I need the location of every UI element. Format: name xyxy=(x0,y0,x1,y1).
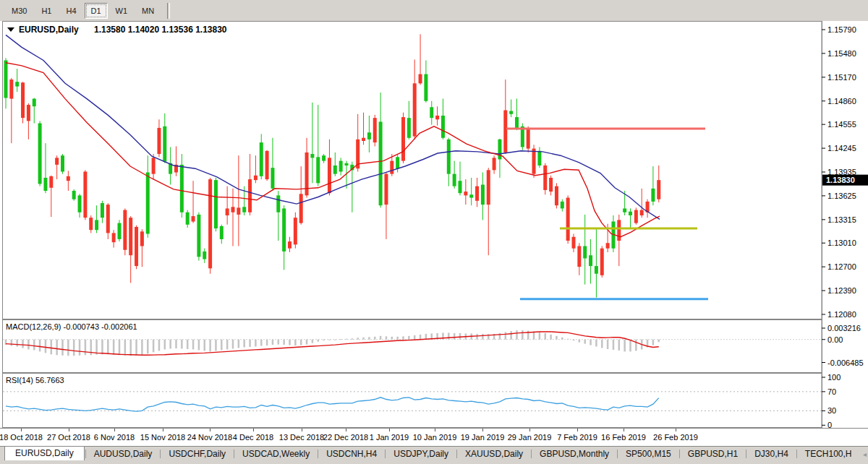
chart-tab-usdcnh[interactable]: USDCNH,H4 xyxy=(319,447,384,461)
price-axis-label: 1.13315 xyxy=(827,215,856,224)
date-tick-mark xyxy=(389,429,390,431)
macd-axis-label: -0.006485 xyxy=(827,358,864,367)
tab-separator xyxy=(234,450,234,458)
macd-indicator-label: MACD(12,26,9) -0.000743 -0.002061 xyxy=(6,322,137,331)
tab-separator xyxy=(679,450,680,458)
tab-separator xyxy=(531,450,532,458)
date-tick-mark xyxy=(302,429,302,431)
price-axis-label: 1.13625 xyxy=(827,192,856,200)
tab-separator xyxy=(617,450,618,458)
date-axis-label: 6 Nov 2018 xyxy=(94,433,135,442)
tab-separator xyxy=(85,450,86,458)
timeframe-button-w1[interactable]: W1 xyxy=(109,3,135,19)
chart-tab-sp500[interactable]: SP500,M15 xyxy=(618,447,678,461)
tab-separator xyxy=(385,450,386,458)
tab-scroll-controls: ◂▸ xyxy=(859,447,868,461)
price-axis-label: 1.12700 xyxy=(827,262,856,271)
chart-tab-gbpusd[interactable]: GBPUSD,Monthly xyxy=(532,447,616,461)
rsi-axis-label: 0 xyxy=(827,421,832,428)
window-bottom-strip xyxy=(0,460,868,464)
date-axis-label: 13 Dec 2018 xyxy=(279,433,324,442)
rsi-axis-label: 100 xyxy=(827,373,841,382)
chart-tab-eurusd[interactable]: EURUSD,Daily xyxy=(4,446,85,461)
price-axis-label: 1.13010 xyxy=(827,239,856,247)
chart-tab-audusd[interactable]: AUDUSD,Daily xyxy=(87,447,160,461)
date-tick-mark xyxy=(435,429,435,431)
date-axis-label: 19 Jan 2019 xyxy=(461,433,505,442)
toolbar-separator xyxy=(167,3,170,19)
macd-indicator-panel[interactable]: 0.0032160.00-0.006485MACD(12,26,9) -0.00… xyxy=(0,319,868,373)
date-axis[interactable]: 18 Oct 201827 Oct 20186 Nov 201815 Nov 2… xyxy=(0,428,868,447)
date-axis-label: 27 Oct 2018 xyxy=(47,433,90,442)
tab-scroll-left-icon[interactable]: ◂ xyxy=(859,450,868,458)
price-axis-label: 1.14555 xyxy=(827,120,856,129)
tab-separator xyxy=(746,450,746,458)
timeframe-toolbar: M30H1H4D1W1MN xyxy=(0,0,868,22)
chart-tab-tech100[interactable]: TECH100,H xyxy=(798,447,859,461)
price-axis-label: 1.14860 xyxy=(827,97,856,106)
date-tick-mark xyxy=(482,429,483,431)
chart-tab-usdjpy[interactable]: USDJPY,Daily xyxy=(386,447,456,461)
price-chart-panel[interactable]: 1.157901.154801.151701.148601.145551.142… xyxy=(0,21,868,319)
chart-tab-gbpusd[interactable]: GBPUSD,H1 xyxy=(681,447,745,461)
chart-tab-dj30[interactable]: DJ30,H4 xyxy=(747,447,796,461)
date-axis-label: 7 Feb 2019 xyxy=(557,433,597,442)
tab-separator xyxy=(318,450,318,458)
date-tick-mark xyxy=(529,429,530,431)
timeframe-button-mn[interactable]: MN xyxy=(135,3,161,19)
macd-axis-label: 0.00 xyxy=(827,335,843,344)
price-axis-label: 1.15170 xyxy=(827,73,856,82)
rsi-indicator-label: RSI(14) 56.7663 xyxy=(6,376,64,384)
price-axis-label: 1.15790 xyxy=(827,25,856,34)
timeframe-button-d1[interactable]: D1 xyxy=(85,3,108,19)
date-tick-mark xyxy=(114,429,115,431)
date-tick-mark xyxy=(676,429,676,431)
date-tick-mark xyxy=(346,429,346,431)
price-axis-label: 1.15480 xyxy=(827,49,856,58)
timeframe-button-h4[interactable]: H4 xyxy=(59,3,82,19)
rsi-axis-label: 30 xyxy=(827,406,836,415)
date-axis-label: 1 Jan 2019 xyxy=(370,433,409,442)
chart-tab-xauusd[interactable]: XAUUSD,Daily xyxy=(458,447,530,461)
chart-symbol-title: EURUSD,Daily xyxy=(19,25,79,35)
price-axis-label: 1.14245 xyxy=(827,144,856,152)
timeframe-button-h1[interactable]: H1 xyxy=(35,3,58,19)
date-axis-label: 15 Nov 2018 xyxy=(140,433,185,442)
date-axis-label: 29 Jan 2019 xyxy=(508,433,552,442)
price-axis-label: 1.12390 xyxy=(827,286,856,295)
date-axis-label: 4 Dec 2018 xyxy=(233,433,273,442)
chart-ohlc-values: 1.13580 1.14020 1.13536 1.13830 xyxy=(94,25,227,35)
date-axis-label: 10 Jan 2019 xyxy=(413,433,457,442)
date-axis-label: 24 Nov 2018 xyxy=(187,433,232,442)
date-tick-mark xyxy=(69,429,69,431)
tab-separator xyxy=(160,450,161,458)
timeframe-button-m30[interactable]: M30 xyxy=(5,3,33,19)
chart-tab-usdcad[interactable]: USDCAD,Weekly xyxy=(235,447,317,461)
date-tick-mark xyxy=(163,429,163,431)
date-tick-mark xyxy=(253,429,254,431)
date-axis-label: 26 Feb 2019 xyxy=(653,433,698,442)
rsi-indicator-panel[interactable]: 10070300RSI(14) 56.7663 xyxy=(0,373,868,428)
trading-platform-window: M30H1H4D1W1MN 1.157901.154801.151701.148… xyxy=(0,0,868,464)
symbol-tab-bar: EURUSD,DailyAUDUSD,DailyUSDCHF,DailyUSDC… xyxy=(0,446,868,461)
date-tick-mark xyxy=(624,429,624,431)
tab-separator xyxy=(456,450,457,458)
date-tick-mark xyxy=(210,429,210,431)
rsi-axis-label: 70 xyxy=(827,387,836,396)
date-axis-label: 16 Feb 2019 xyxy=(601,433,646,442)
date-tick-mark xyxy=(21,429,22,431)
timeframe-toolbar-buttons: M30H1H4D1W1MN xyxy=(4,3,161,19)
tab-separator xyxy=(796,450,797,458)
macd-axis-label: 0.003216 xyxy=(827,324,861,332)
date-axis-label: 18 Oct 2018 xyxy=(0,433,43,442)
date-axis-label: 22 Dec 2018 xyxy=(323,433,368,442)
chart-tab-usdchf[interactable]: USDCHF,Daily xyxy=(161,447,233,461)
price-axis-label: 1.12080 xyxy=(827,310,856,319)
date-tick-mark xyxy=(577,429,578,431)
current-price-label: 1.13830 xyxy=(826,176,855,184)
